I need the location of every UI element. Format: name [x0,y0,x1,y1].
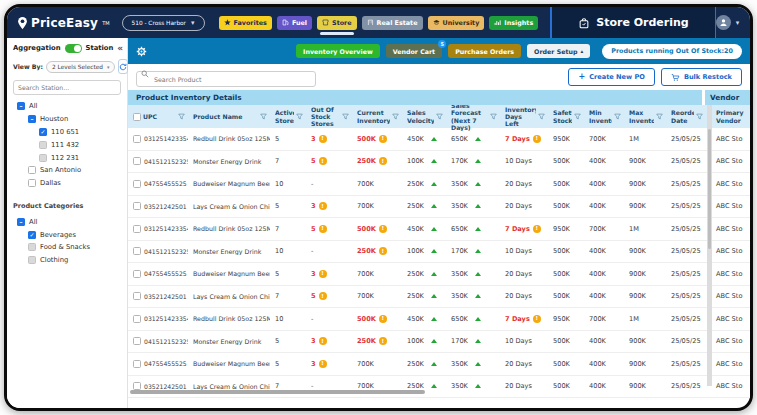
cell-min-inventory: 400K [584,247,624,255]
nav-item-fuel[interactable]: Fuel [277,16,312,30]
row-checkbox[interactable] [133,202,141,210]
vendor-cart-button[interactable]: Vendor Cart5 [386,44,442,58]
nav-item-university[interactable]: University [428,16,485,30]
cell-active-stores: 10 [270,247,306,255]
trend-up-icon [431,249,437,253]
row-checkbox[interactable] [133,360,141,368]
row-checkbox[interactable] [133,157,141,165]
cell-reorder-date: 25/05/25 [666,180,706,188]
category-item-clothing[interactable]: Clothing [28,254,121,267]
station-selector[interactable]: 510 - Cross Harbor ▾ [122,15,205,31]
filter-icon[interactable] [696,113,703,120]
horizontal-scrollbar[interactable] [130,390,425,394]
category-item-all[interactable]: –All [17,215,121,228]
cell-active-stores: 5 [270,135,306,143]
create-new-po-button[interactable]: + Create New PO [568,68,654,86]
filter-icon[interactable] [614,113,621,120]
station-search [13,80,121,95]
station-item-112-231[interactable]: 112 231 [39,151,121,164]
checkbox[interactable] [28,179,36,187]
view-by-select[interactable]: 2 Levels Selected ▾ [46,61,115,73]
bulk-restock-button[interactable]: Bulk Restock [661,68,742,86]
station-item-110-651[interactable]: ✓110 651 [39,126,121,139]
warning-icon: ! [319,292,327,300]
trend-up-icon [475,384,481,388]
checkbox[interactable]: ✓ [39,128,47,136]
filter-icon[interactable] [490,113,497,120]
station-item-san-antonio[interactable]: San Antonio [28,164,121,177]
filter-icon[interactable] [392,113,399,120]
checkbox[interactable] [39,141,47,149]
checkbox[interactable] [39,154,47,162]
category-item-beverages[interactable]: ✓Beverages [28,228,121,241]
row-checkbox[interactable] [133,292,141,300]
row-checkbox[interactable] [133,135,141,143]
chevron-down-icon[interactable]: ▾ [736,19,740,27]
cell-reorder-date: 25/05/25 [666,270,706,278]
cell-active-stores: 5 [270,202,306,210]
cart-count-badge: 5 [438,40,446,48]
station-item-111-432[interactable]: 111 432 [39,138,121,151]
filter-icon[interactable] [178,113,185,120]
nav-item-favorites[interactable]: Favorites [219,16,272,30]
search-icon [141,70,149,78]
station-item-all[interactable]: –All [17,100,121,113]
checkbox[interactable]: – [17,102,25,110]
filter-icon[interactable] [260,113,267,120]
trend-up-icon [431,159,437,163]
search-row: + Create New PO Bulk Restock [128,64,750,90]
out-of-stock-pill[interactable]: Products running Out Of Stock:20 [602,44,742,59]
table-row: 041512152325Monster Energy Drink75!250K!… [128,151,750,174]
order-setup-button[interactable]: Order Setup▴ [527,44,590,58]
filter-icon[interactable] [656,113,663,120]
station-item-dallas[interactable]: Dallas [28,177,121,190]
cell-inventory-days-left: 20 Days [500,180,548,188]
category-item-food-snacks[interactable]: Food & Snacks [28,241,121,254]
nav-item-real-estate[interactable]: Real Estate [362,16,423,30]
station-search-input[interactable] [13,80,121,95]
refresh-button[interactable] [118,59,128,74]
row-checkbox[interactable] [133,315,141,323]
warning-icon: ! [379,157,387,165]
checkbox[interactable] [28,166,36,174]
row-checkbox[interactable] [133,270,141,278]
row-checkbox[interactable] [133,225,141,233]
nav-item-insights[interactable]: Insights [489,16,538,30]
select-all-checkbox[interactable] [133,113,141,121]
cell-sales-forecast: 170K [446,247,500,255]
cell-sales-forecast: 350K [446,180,500,188]
cell-sales-velocity: 250K [402,180,446,188]
station-item-houston[interactable]: –Houston [28,113,121,126]
checkbox[interactable]: ✓ [28,231,36,239]
table-header: UPCProduct NameActive StoresOut Of Stock… [128,105,750,128]
cell-primary-vendor: ABC Sto [711,157,750,165]
row-checkbox[interactable] [133,247,141,255]
column-label: UPC [143,113,176,120]
row-checkbox[interactable] [133,180,141,188]
filter-icon[interactable] [538,113,545,120]
trend-up-icon [475,159,481,163]
filter-icon[interactable] [296,113,303,120]
nav-item-store[interactable]: Store [317,16,357,30]
filter-icon[interactable] [342,113,349,120]
cell-sales-forecast: 350K [446,382,500,390]
sidebar-collapse-icon[interactable]: « [117,43,123,53]
cell-out-of-stock-stores: 3! [306,360,352,368]
checkbox[interactable] [28,256,36,264]
cell-current-inventory: 700K [352,202,402,210]
cell-sales-velocity: 250K [402,360,446,368]
product-search-input[interactable] [136,71,316,87]
user-avatar[interactable] [716,15,731,30]
vertical-scrollbar[interactable] [707,105,712,386]
checkbox[interactable] [28,243,36,251]
checkbox[interactable]: – [17,218,25,226]
inventory-overview-button[interactable]: Inventory Overview [296,44,380,58]
filter-icon[interactable] [436,113,443,120]
gear-icon[interactable] [136,46,147,57]
filter-icon[interactable] [574,113,581,120]
purchase-orders-button[interactable]: Purchase Orders [448,44,521,58]
cell-out-of-stock-stores: 3! [306,202,352,210]
checkbox[interactable]: – [28,115,36,123]
row-checkbox[interactable] [133,337,141,345]
aggregation-toggle[interactable] [65,44,82,53]
